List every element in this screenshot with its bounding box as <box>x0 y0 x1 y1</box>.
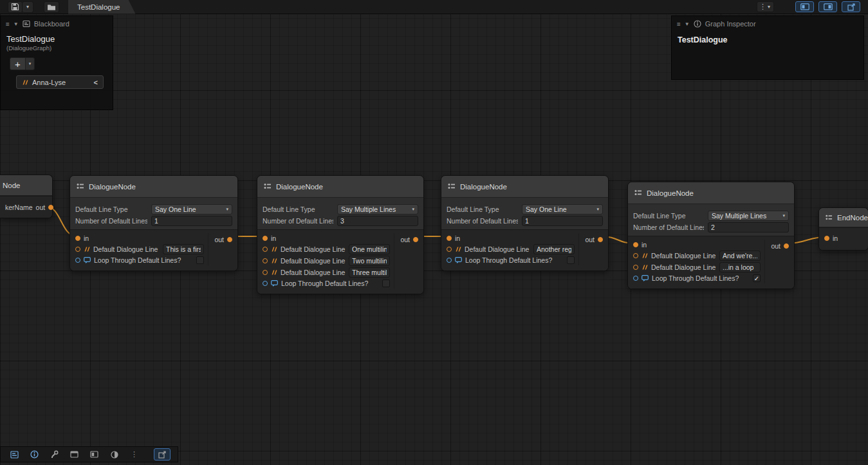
inspector-panel-icon <box>824 3 833 10</box>
quote-icon <box>271 246 277 252</box>
node-properties: Default Line Type Say Multiple Lines ▾ N… <box>257 198 423 229</box>
dialogue-line-field[interactable] <box>163 244 204 254</box>
loop-port[interactable] <box>633 276 638 281</box>
node-title-bar[interactable]: DialogueNode <box>441 176 608 198</box>
top-toolbar: ▾ TestDialogue ⋮ ▾ <box>0 0 868 14</box>
collapse-arrow-icon[interactable]: ▼ <box>14 21 19 27</box>
line-type-dropdown[interactable]: Say Multiple Lines ▾ <box>337 204 418 214</box>
dialogue-line-port[interactable] <box>75 247 80 252</box>
dialogue-line-port[interactable] <box>447 247 452 252</box>
dialogue-line-port[interactable] <box>263 270 268 275</box>
in-port[interactable] <box>263 236 268 241</box>
add-property-dropdown-button[interactable]: ▾ <box>26 57 35 70</box>
more-options-button[interactable]: ⋮ ▾ <box>757 1 774 12</box>
bottom-contrast-button[interactable] <box>104 448 124 460</box>
open-asset-button[interactable] <box>44 1 59 13</box>
in-port-label: in <box>833 234 864 242</box>
node-title-bar[interactable]: DialogueNode <box>70 176 237 198</box>
more-icon: ⋮ <box>131 450 138 459</box>
start-node-title-bar[interactable]: Node <box>0 175 52 196</box>
speaker-name-label: kerName <box>5 204 33 211</box>
dialogue-node-1[interactable]: DialogueNode Default Line Type Say One L… <box>69 175 238 271</box>
save-button[interactable] <box>8 1 23 13</box>
graph-inspector-header[interactable]: ≡ ▼ Graph Inspector <box>672 16 863 32</box>
line-type-dropdown[interactable]: Say Multiple Lines ▾ <box>708 211 789 221</box>
dialogue-line-port[interactable] <box>263 258 268 263</box>
bottom-inspector-button[interactable] <box>24 448 44 460</box>
loop-checkbox[interactable] <box>382 280 390 287</box>
dialogue-node-icon <box>263 182 272 191</box>
node-title-bar[interactable]: EndNode <box>819 208 868 227</box>
bottom-board-button[interactable] <box>84 448 104 460</box>
dialogue-line-port[interactable] <box>633 265 638 270</box>
loop-port[interactable] <box>263 281 268 286</box>
dialogue-node-2[interactable]: DialogueNode Default Line Type Say Multi… <box>257 175 424 294</box>
popout-toggle-button[interactable] <box>842 1 860 12</box>
loop-icon <box>455 257 462 264</box>
dialogue-line-port[interactable] <box>633 253 638 258</box>
num-lines-field[interactable] <box>151 216 232 226</box>
dialogue-node-4[interactable]: DialogueNode Default Line Type Say Multi… <box>627 182 795 289</box>
loop-icon <box>84 257 91 264</box>
loop-port[interactable] <box>447 258 452 263</box>
node-properties: Default Line Type Say Multiple Lines ▾ N… <box>628 204 794 236</box>
collapse-arrow-icon[interactable]: ▼ <box>685 21 690 27</box>
out-port[interactable] <box>784 243 789 249</box>
num-lines-label: Number of Default Lines <box>75 217 147 225</box>
blackboard-field-anna-lyse[interactable]: Anna-Lyse < <box>16 75 104 89</box>
bottom-window-button[interactable] <box>64 448 84 460</box>
blackboard-header[interactable]: ≡ ▼ Blackboard <box>1 16 113 32</box>
add-property-button[interactable]: + <box>10 57 26 70</box>
hamburger-icon[interactable]: ≡ <box>6 21 10 28</box>
hamburger-icon[interactable]: ≡ <box>677 21 681 28</box>
blackboard-graph-name: TestDialogue <box>1 32 113 44</box>
in-port-label: in <box>455 234 575 242</box>
line-type-dropdown[interactable]: Say One Line ▾ <box>151 204 232 214</box>
loop-label: Loop Through Default Lines? <box>94 256 193 264</box>
out-port[interactable] <box>413 237 418 242</box>
node-ports: in Default Dialogue Line Loop Through De… <box>441 229 608 270</box>
loop-checkbox[interactable]: ✓ <box>753 274 761 282</box>
loop-checkbox[interactable] <box>196 256 204 264</box>
dialogue-line-field[interactable] <box>349 244 390 254</box>
loop-icon <box>271 280 278 287</box>
line-type-value: Say Multiple Lines <box>712 212 766 220</box>
line-type-label: Default Line Type <box>447 205 499 213</box>
dialogue-line-label: Default Dialogue Line 2 <box>281 257 346 265</box>
line-type-dropdown[interactable]: Say One Line ▾ <box>522 204 603 214</box>
in-port[interactable] <box>75 236 80 241</box>
out-port[interactable] <box>227 237 232 242</box>
loop-checkbox[interactable] <box>567 256 575 264</box>
bottom-more-button[interactable]: ⋮ <box>124 448 144 460</box>
dialogue-node-3[interactable]: DialogueNode Default Line Type Say One L… <box>441 175 609 271</box>
dialogue-line-field[interactable] <box>719 262 761 272</box>
bottom-tools-button[interactable] <box>44 448 64 460</box>
in-port[interactable] <box>633 242 638 247</box>
in-port[interactable] <box>447 236 452 241</box>
dialogue-line-field[interactable] <box>719 251 761 261</box>
node-title-bar[interactable]: DialogueNode <box>257 176 423 198</box>
dialogue-line-field[interactable] <box>349 256 390 266</box>
out-port[interactable] <box>598 237 603 242</box>
num-lines-field[interactable] <box>522 216 603 226</box>
blackboard-graph-type: (DialogueGraph) <box>1 44 113 52</box>
start-node[interactable]: Node kerName out <box>0 175 53 218</box>
node-title-bar[interactable]: DialogueNode <box>628 182 794 204</box>
loop-label: Loop Through Default Lines? <box>652 274 750 282</box>
graph-tab[interactable]: TestDialogue <box>68 0 135 14</box>
in-port[interactable] <box>824 236 829 241</box>
save-dropdown-button[interactable]: ▾ <box>23 1 33 13</box>
bottom-blackboard-button[interactable] <box>5 448 24 460</box>
dialogue-line-field[interactable] <box>533 244 575 254</box>
bottom-popout-button[interactable] <box>154 448 171 460</box>
dialogue-line-port[interactable] <box>263 247 268 252</box>
num-lines-field[interactable] <box>337 216 418 226</box>
dialogue-line-field[interactable] <box>349 267 390 278</box>
quote-icon <box>455 246 461 252</box>
num-lines-field[interactable] <box>708 222 789 232</box>
loop-port[interactable] <box>75 258 80 263</box>
inspector-toggle-button[interactable] <box>818 1 837 12</box>
field-expand-icon[interactable]: < <box>94 79 98 86</box>
blackboard-toggle-button[interactable] <box>795 1 814 12</box>
end-node[interactable]: EndNode in <box>818 207 868 251</box>
